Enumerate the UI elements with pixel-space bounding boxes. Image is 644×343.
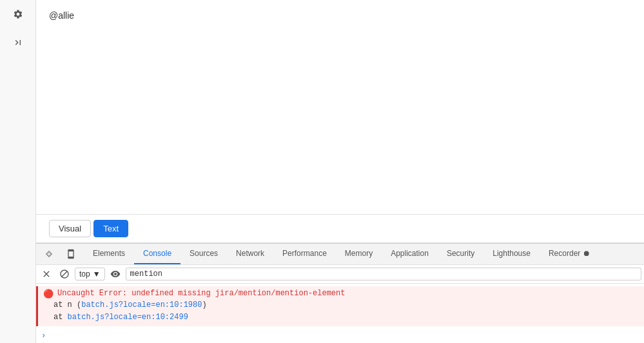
devtools-tabs: Elements Console Sources Network Perform… xyxy=(84,244,644,264)
error-detail: at n (batch.js?locale=en:10:1980) at bat… xyxy=(54,299,639,324)
error-stack-line-1: at n (batch.js?locale=en:10:1980) xyxy=(54,299,639,311)
clear-console-icon[interactable] xyxy=(39,266,54,282)
text-tab[interactable]: Text xyxy=(93,220,128,237)
console-toolbar: top ▼ xyxy=(36,265,644,284)
security-tab[interactable]: Security xyxy=(438,244,483,264)
sidebar xyxy=(0,0,36,343)
chevrons-svg xyxy=(13,37,23,48)
context-dropdown-icon: ▼ xyxy=(93,270,101,279)
console-tab[interactable]: Console xyxy=(134,244,181,264)
devtools-panel: Elements Console Sources Network Perform… xyxy=(36,243,644,343)
context-value: top xyxy=(79,270,90,279)
eye-icon[interactable] xyxy=(108,266,123,282)
devtools-left-icons xyxy=(36,244,84,264)
error-link-2[interactable]: batch.js?locale=en:10:2499 xyxy=(68,313,188,322)
elements-tab[interactable]: Elements xyxy=(84,244,134,264)
error-link-1[interactable]: batch.js?locale=en:10:1980 xyxy=(81,300,202,309)
device-toolbar-icon[interactable] xyxy=(61,244,81,264)
devtools-toolbar: Elements Console Sources Network Perform… xyxy=(36,244,644,265)
performance-tab[interactable]: Performance xyxy=(273,244,336,264)
gear-icon[interactable] xyxy=(9,5,27,23)
browser-area: @allie Visual Text xyxy=(0,0,644,343)
sources-tab[interactable]: Sources xyxy=(181,244,227,264)
error-main-line: 🔴 Uncaught Error: undefined missing jira… xyxy=(43,289,639,299)
visual-tab[interactable]: Visual xyxy=(49,220,91,237)
main-content: @allie Visual Text xyxy=(36,0,644,343)
editor-area: @allie xyxy=(36,0,644,215)
network-tab[interactable]: Network xyxy=(227,244,273,264)
memory-tab[interactable]: Memory xyxy=(336,244,382,264)
console-output: 🔴 Uncaught Error: undefined missing jira… xyxy=(36,284,644,329)
block-icon[interactable] xyxy=(57,266,72,282)
console-prompt: › xyxy=(36,329,644,343)
filter-input-wrapper xyxy=(126,268,641,280)
chevrons-icon[interactable] xyxy=(9,34,27,52)
error-icon: 🔴 xyxy=(43,289,54,299)
lighthouse-tab[interactable]: Lighthouse xyxy=(483,244,540,264)
application-tab[interactable]: Application xyxy=(382,244,438,264)
error-message: Uncaught Error: undefined missing jira/m… xyxy=(57,289,345,298)
recorder-tab[interactable]: Recorder ⏺ xyxy=(540,244,600,264)
gear-svg xyxy=(13,9,23,19)
editor-content: @allie xyxy=(49,10,631,21)
inspect-element-icon[interactable] xyxy=(39,244,59,264)
context-selector[interactable]: top ▼ xyxy=(75,268,105,280)
console-error: 🔴 Uncaught Error: undefined missing jira… xyxy=(36,286,644,326)
filter-input[interactable] xyxy=(130,270,637,279)
error-stack-line-2: at batch.js?locale=en:10:2499 xyxy=(54,311,639,324)
editor-tabs: Visual Text xyxy=(36,215,644,243)
prompt-arrow-icon: › xyxy=(41,331,46,340)
